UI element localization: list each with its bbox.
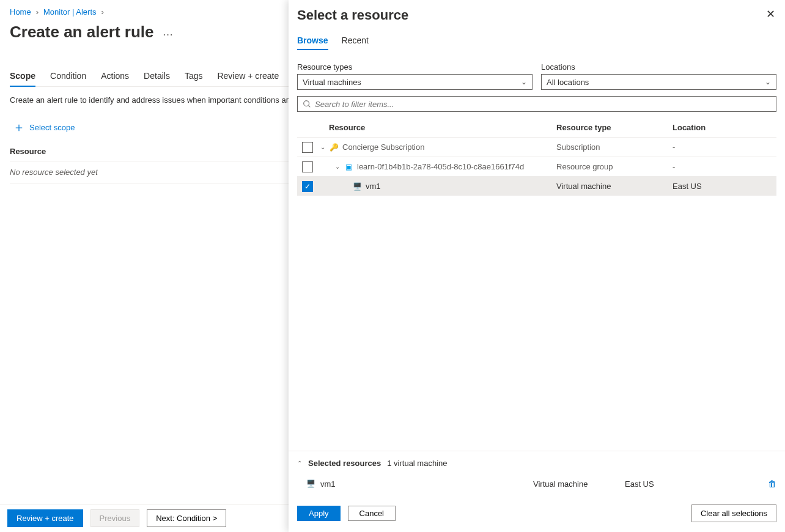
review-create-button[interactable]: Review + create (7, 509, 83, 527)
vm-icon: 🖥️ (306, 479, 315, 489)
breadcrumb-home[interactable]: Home (10, 7, 31, 17)
more-options-button[interactable]: … (163, 26, 174, 39)
resource-types-label: Resource types (297, 62, 533, 72)
resource-location: - (673, 162, 776, 171)
selected-item-name: vm1 (320, 479, 336, 489)
table-row[interactable]: ⌄ ▣ learn-0f1b4b1b-2a78-405d-8c10-c8ae16… (297, 157, 776, 176)
tab-tags[interactable]: Tags (185, 67, 203, 86)
apply-button[interactable]: Apply (297, 506, 341, 521)
search-input-wrapper[interactable] (297, 96, 776, 112)
chevron-right-icon: › (36, 7, 39, 17)
col-type: Resource type (556, 123, 673, 132)
clear-all-button[interactable]: Clear all selections (691, 504, 776, 522)
selected-item-location: East US (625, 479, 759, 489)
selected-resources-label: Selected resources (308, 459, 381, 468)
resource-type: Subscription (556, 142, 673, 152)
locations-dropdown[interactable]: All locations ⌄ (541, 74, 776, 90)
select-scope-label: Select scope (29, 123, 75, 132)
close-button[interactable]: ✕ (764, 7, 776, 21)
col-location: Location (673, 123, 776, 132)
chevron-down-icon[interactable]: ⌄ (320, 144, 325, 150)
tab-scope[interactable]: Scope (10, 67, 35, 87)
tab-condition[interactable]: Condition (50, 67, 86, 86)
panel-title: Select a resource (297, 7, 408, 23)
vm-icon: 🖥️ (352, 182, 362, 191)
selected-resources-count: 1 virtual machine (387, 459, 447, 468)
resource-name: Concierge Subscription (342, 142, 424, 152)
selected-item-type: Virtual machine (533, 479, 625, 489)
remove-selection-button[interactable]: 🗑 (759, 479, 776, 489)
resource-types-dropdown[interactable]: Virtual machines ⌄ (297, 74, 533, 90)
resource-types-value: Virtual machines (303, 78, 361, 87)
search-input[interactable] (315, 100, 771, 109)
chevron-up-icon[interactable]: ⌃ (297, 460, 302, 467)
selected-item-row: 🖥️ vm1 Virtual machine East US 🗑 (297, 476, 776, 491)
chevron-down-icon: ⌄ (765, 78, 771, 86)
resource-group-icon: ▣ (344, 162, 353, 172)
table-row[interactable]: ✓ 🖥️ vm1 Virtual machine East US (297, 176, 776, 196)
col-resource: Resource (320, 123, 556, 132)
tab-actions[interactable]: Actions (101, 67, 129, 86)
svg-point-0 (304, 101, 309, 106)
cancel-button[interactable]: Cancel (348, 506, 396, 521)
next-condition-button[interactable]: Next: Condition > (147, 509, 226, 527)
page-title: Create an alert rule (10, 23, 154, 42)
search-icon (303, 100, 311, 108)
resource-type: Virtual machine (556, 182, 673, 191)
chevron-right-icon: › (101, 7, 104, 17)
resource-location: East US (673, 182, 776, 191)
resource-table: Resource Resource type Location ⌄ 🔑 Conc… (297, 118, 776, 196)
panel-tab-browse[interactable]: Browse (297, 35, 328, 50)
chevron-down-icon: ⌄ (521, 78, 527, 86)
locations-label: Locations (541, 62, 776, 72)
row-checkbox[interactable] (302, 161, 313, 172)
tab-review-create[interactable]: Review + create (217, 67, 279, 86)
locations-value: All locations (547, 78, 589, 87)
resource-type: Resource group (556, 162, 673, 171)
previous-button: Previous (90, 509, 140, 527)
resource-location: - (673, 142, 776, 152)
plus-icon (15, 124, 23, 132)
row-checkbox[interactable] (302, 142, 313, 153)
table-row[interactable]: ⌄ 🔑 Concierge Subscription Subscription … (297, 137, 776, 157)
tab-details[interactable]: Details (144, 67, 170, 86)
chevron-down-icon[interactable]: ⌄ (335, 163, 340, 170)
panel-tab-recent[interactable]: Recent (342, 35, 369, 50)
breadcrumb-monitor-alerts[interactable]: Monitor | Alerts (43, 7, 96, 17)
key-icon: 🔑 (329, 142, 339, 152)
select-resource-panel: Select a resource ✕ Browse Recent Resour… (289, 0, 785, 532)
resource-name: learn-0f1b4b1b-2a78-405d-8c10-c8ae1661f7… (357, 162, 524, 171)
row-checkbox[interactable]: ✓ (302, 181, 313, 192)
resource-name: vm1 (366, 182, 381, 191)
